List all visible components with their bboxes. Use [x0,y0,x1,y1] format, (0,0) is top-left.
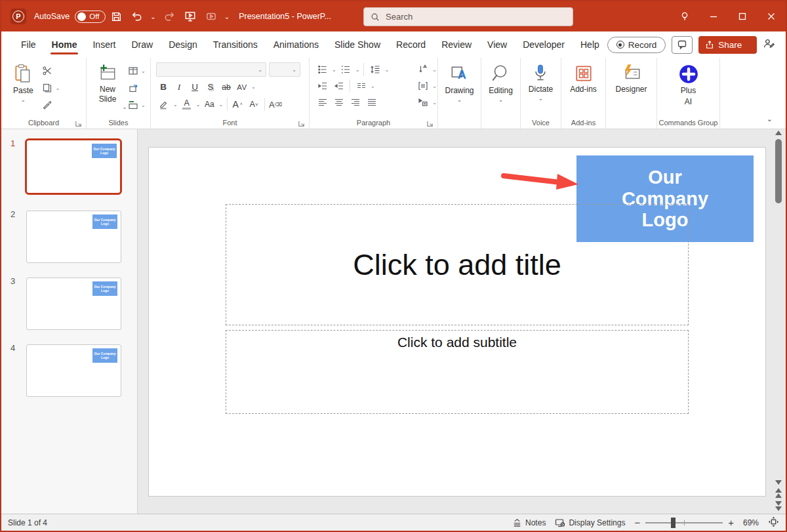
slide-4-thumbnail[interactable]: Our Company Logo [26,344,121,397]
layout-chevron-icon[interactable]: ⌄ [140,68,146,74]
section-chevron-icon[interactable]: ⌄ [140,102,146,108]
align-text-button[interactable] [415,79,430,93]
next-slide-button[interactable] [775,501,782,511]
change-case-button[interactable]: Aa [202,98,216,112]
subtitle-placeholder[interactable]: Click to add subtitle [226,330,689,414]
designer-button[interactable]: Designer [611,62,651,129]
align-left-button[interactable] [315,95,330,110]
title-placeholder[interactable]: Click to add title [226,204,689,325]
align-right-button[interactable] [348,95,363,110]
editing-button[interactable]: Editing ⌄ [485,62,517,129]
text-direction-button[interactable] [415,62,430,77]
zoom-out-button[interactable]: − [634,518,640,527]
tab-slide-show[interactable]: Slide Show [327,33,388,56]
collapse-ribbon-chevron-icon[interactable]: ⌄ [767,115,773,123]
vertical-scrollbar[interactable] [773,131,784,511]
scroll-down-arrow-icon[interactable] [775,480,782,485]
save-button[interactable] [106,7,126,26]
redo-button[interactable] [159,7,179,26]
font-name-combobox[interactable]: ⌄ [156,62,266,77]
clipboard-dialog-launcher[interactable] [75,118,83,126]
strikethrough-button[interactable]: ab [219,80,233,94]
zoom-in-button[interactable]: + [728,518,734,527]
tab-record[interactable]: Record [388,33,434,56]
tab-animations[interactable]: Animations [266,33,327,56]
shrink-font-button[interactable]: A˅ [247,98,261,112]
bold-button[interactable]: B [156,80,171,94]
line-spacing-button[interactable] [367,62,382,77]
cut-button[interactable] [40,64,55,78]
text-direction-chevron-icon[interactable]: ⌄ [432,67,437,73]
new-slide-button[interactable]: New Slide ⌄ [92,62,123,112]
slideshow-button[interactable] [180,7,200,26]
scrollbar-thumb[interactable] [775,139,782,203]
autosave-toggle[interactable]: Off [75,10,106,23]
share-button[interactable]: Share ⌄ [698,36,757,54]
copy-chevron-icon[interactable]: ⌄ [55,85,61,91]
bullets-chevron-icon[interactable]: ⌄ [331,67,337,73]
comments-button[interactable] [672,36,693,54]
tab-view[interactable]: View [479,33,515,56]
slide-3-thumbnail[interactable]: Our Company Logo [26,277,121,330]
record-button[interactable]: Record [607,37,666,53]
format-painter-button[interactable] [40,98,55,112]
search-input[interactable] [386,12,550,22]
undo-dropdown-chevron-icon[interactable]: ⌄ [150,13,155,20]
text-highlight-button[interactable] [156,97,171,112]
font-size-combobox[interactable]: ⌄ [269,62,300,77]
tab-review[interactable]: Review [434,33,479,56]
font-dialog-launcher[interactable] [298,118,306,126]
presence-button[interactable] [763,37,775,52]
character-spacing-chevron-icon[interactable]: ⌄ [251,84,256,90]
tab-transitions[interactable]: Transitions [205,33,266,56]
slide-1-thumbnail[interactable]: Our Company Logo [25,138,122,195]
minimize-button[interactable] [699,1,728,31]
tab-developer[interactable]: Developer [515,33,573,56]
notes-button[interactable]: Notes [512,518,546,527]
paste-button[interactable]: Paste ⌄ [9,62,37,112]
numbering-button[interactable] [338,62,353,77]
increase-indent-button[interactable] [331,79,346,93]
character-spacing-button[interactable]: AV [235,80,249,94]
clear-formatting-button[interactable]: A⌫ [268,98,283,112]
zoom-slider-track[interactable] [645,522,723,523]
underline-button[interactable]: U [188,80,202,94]
red-annotation-arrow[interactable] [500,169,582,196]
font-color-button[interactable]: A [180,98,194,112]
convert-to-smartart-button[interactable] [415,95,430,110]
previous-slide-button[interactable] [775,488,782,498]
undo-button[interactable] [127,7,147,26]
tab-help[interactable]: Help [573,33,607,56]
smartart-chevron-icon[interactable]: ⌄ [432,100,437,106]
tab-design[interactable]: Design [161,33,205,56]
zoom-percent[interactable]: 69% [743,518,759,527]
tab-draw[interactable]: Draw [123,33,161,56]
grow-font-button[interactable]: A＾ [231,98,245,112]
copy-button[interactable] [40,81,55,95]
align-text-chevron-icon[interactable]: ⌄ [432,83,437,89]
ideas-button[interactable] [670,1,699,31]
maximize-button[interactable] [728,1,757,31]
pen-show-button[interactable] [201,7,221,26]
numbering-chevron-icon[interactable]: ⌄ [355,67,361,73]
tab-home[interactable]: Home [44,33,85,56]
fit-slide-to-window-button[interactable] [768,516,779,529]
slide-canvas[interactable]: Our Company Logo Click to add title Clic… [149,148,765,496]
drawing-button[interactable]: A Drawing ⌄ [441,62,477,129]
columns-button[interactable] [353,79,369,93]
zoom-slider-thumb[interactable] [671,518,676,528]
paragraph-dialog-launcher[interactable] [426,118,434,126]
reset-slide-button[interactable] [125,81,140,95]
section-button[interactable] [125,98,140,112]
line-spacing-chevron-icon[interactable]: ⌄ [384,67,390,73]
slide-2-thumbnail[interactable]: Our Company Logo [26,211,121,263]
search-bar[interactable] [363,7,573,26]
change-case-chevron-icon[interactable]: ⌄ [218,102,224,108]
close-button[interactable] [757,1,786,31]
bullets-button[interactable] [315,62,330,77]
tab-insert[interactable]: Insert [85,33,123,56]
scroll-up-arrow-icon[interactable] [775,131,782,135]
tab-file[interactable]: File [13,33,44,56]
justify-button[interactable] [364,95,379,110]
italic-button[interactable]: I [172,80,186,94]
